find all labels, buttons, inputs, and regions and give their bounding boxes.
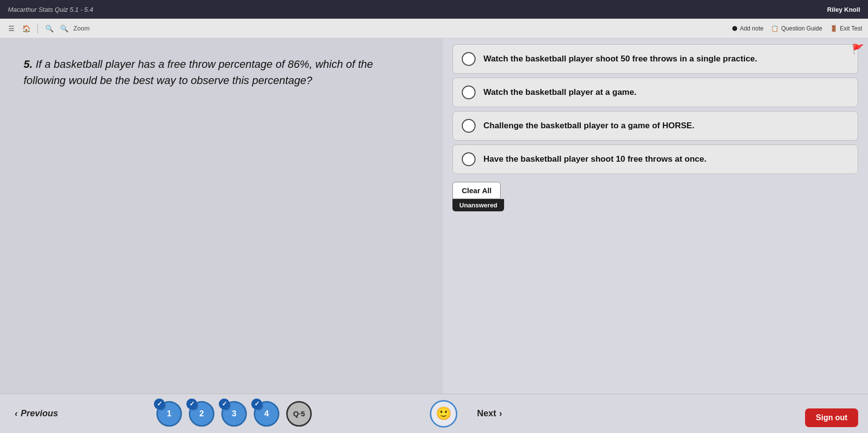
question-dot-3[interactable]: 3 ✓ <box>221 401 247 427</box>
check-icon-4: ✓ <box>251 399 262 409</box>
menu-icon[interactable]: ☰ <box>6 23 17 34</box>
question-dot-4[interactable]: 4 ✓ <box>254 401 279 427</box>
user-name: Riley Knoll <box>827 6 860 13</box>
top-bar: Macarthur Stats Quiz 5.1 - 5.4 Riley Kno… <box>0 0 868 19</box>
home-icon[interactable]: 🏠 <box>21 23 31 34</box>
question-guide-button[interactable]: 📋 Question Guide <box>771 25 822 32</box>
clear-all-area: Clear All Unanswered <box>452 182 858 211</box>
answer-text-b: Watch the basketball player at a game. <box>483 87 636 98</box>
question-guide-icon: 📋 <box>771 25 778 32</box>
next-button[interactable]: Next › <box>477 408 502 419</box>
search-icon-2[interactable]: 🔍 <box>59 23 69 34</box>
bottom-bar: ‹ Previous 1 ✓ 2 ✓ 3 ✓ 4 ✓ Q·5 🙂 Next › <box>0 394 868 433</box>
exit-test-button[interactable]: 🚪 Exit Test <box>830 25 862 32</box>
toolbar-divider <box>37 24 38 33</box>
answer-option-a[interactable]: Watch the basketball player shoot 50 fre… <box>452 44 858 74</box>
smiley-button[interactable]: 🙂 <box>430 400 457 428</box>
radio-c[interactable] <box>462 119 476 133</box>
bookmark-area: 🚩 <box>852 43 864 55</box>
check-icon-3: ✓ <box>219 399 230 409</box>
question-text: 5. If a basketball player has a free thr… <box>24 56 392 88</box>
add-note-icon <box>732 26 737 31</box>
radio-b[interactable] <box>462 86 476 99</box>
prev-chevron-icon: ‹ <box>15 408 18 419</box>
previous-button[interactable]: ‹ Previous <box>15 408 58 419</box>
radio-a[interactable] <box>462 52 476 66</box>
bookmark-icon[interactable]: 🚩 <box>852 44 864 55</box>
search-icon-1[interactable]: 🔍 <box>44 23 55 34</box>
answer-option-d[interactable]: Have the basketball player shoot 10 free… <box>452 144 858 174</box>
question-dot-2[interactable]: 2 ✓ <box>189 401 214 427</box>
question-dot-1[interactable]: 1 ✓ <box>156 401 182 427</box>
app-title: Macarthur Stats Quiz 5.1 - 5.4 <box>8 6 93 13</box>
answer-option-b[interactable]: Watch the basketball player at a game. <box>452 78 858 107</box>
check-icon-1: ✓ <box>154 399 165 409</box>
sign-out-button[interactable]: Sign out <box>805 408 858 427</box>
answer-text-c: Challenge the basketball player to a gam… <box>483 120 694 132</box>
main-content: 5. If a basketball player has a free thr… <box>0 38 868 404</box>
toolbar-right: Add note 📋 Question Guide 🚪 Exit Test <box>732 25 862 32</box>
answer-panel: 🚩 Watch the basketball player shoot 50 f… <box>443 38 868 404</box>
answer-option-c[interactable]: Challenge the basketball player to a gam… <box>452 111 858 141</box>
question-body: If a basketball player has a free throw … <box>24 58 373 87</box>
zoom-label: Zoom <box>73 25 90 32</box>
add-note-button[interactable]: Add note <box>732 25 763 32</box>
check-icon-2: ✓ <box>186 399 197 409</box>
question-panel: 5. If a basketball player has a free thr… <box>0 38 443 404</box>
exit-icon: 🚪 <box>830 25 838 32</box>
unanswered-badge: Unanswered <box>452 199 504 211</box>
question-dot-5[interactable]: Q·5 <box>286 401 312 427</box>
question-number: 5. <box>24 58 32 70</box>
answer-text-a: Watch the basketball player shoot 50 fre… <box>483 53 757 65</box>
question-dots: 1 ✓ 2 ✓ 3 ✓ 4 ✓ Q·5 <box>156 401 312 427</box>
radio-d[interactable] <box>462 152 476 166</box>
answer-text-d: Have the basketball player shoot 10 free… <box>483 153 707 165</box>
clear-all-button[interactable]: Clear All <box>452 182 501 199</box>
next-chevron-icon: › <box>499 408 502 419</box>
toolbar: ☰ 🏠 🔍 🔍 Zoom Add note 📋 Question Guide 🚪… <box>0 19 868 38</box>
q-dot-5-circle[interactable]: Q·5 <box>286 401 312 427</box>
